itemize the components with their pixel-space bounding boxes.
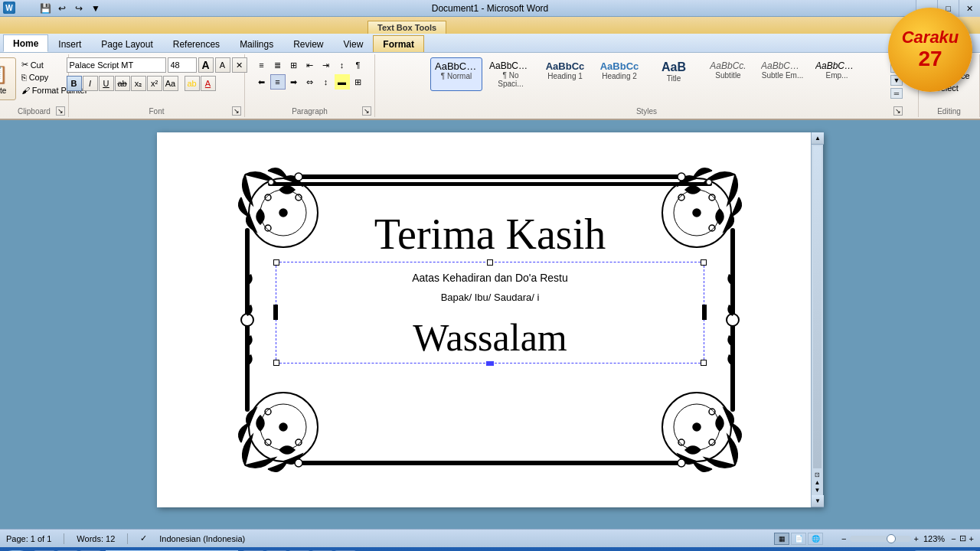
handle-tl[interactable] xyxy=(273,259,279,266)
font-group-label: Font xyxy=(69,107,244,116)
font-case-btn[interactable]: Aa xyxy=(163,76,178,91)
textbox-tools-tab[interactable]: Text Box Tools xyxy=(368,21,446,34)
style-subtitle[interactable]: AaBbCc. Subtitle xyxy=(702,57,754,91)
undo-qa-btn[interactable]: ↩ xyxy=(55,2,69,15)
view-web-btn[interactable]: 🌐 xyxy=(808,533,823,545)
styles-expand-btn[interactable]: ↘ xyxy=(893,106,903,116)
zoom-slider[interactable] xyxy=(850,536,911,542)
font-family-input[interactable] xyxy=(67,57,166,73)
right-scrollbar[interactable]: ▲ ⊡ ▲ ▼ ▼ xyxy=(811,132,823,507)
zoom-100-btn[interactable]: + xyxy=(969,534,974,543)
show-formatting-btn[interactable]: ¶ xyxy=(351,57,366,73)
zoom-percent-btn[interactable]: − xyxy=(951,534,956,543)
view-normal-btn[interactable]: ▦ xyxy=(774,533,789,545)
align-right-btn[interactable]: ➡ xyxy=(286,74,302,90)
page-count: Page: 1 of 1 xyxy=(6,534,51,543)
redo-qa-btn[interactable]: ↪ xyxy=(72,2,86,15)
word-count: Words: 12 xyxy=(77,534,115,543)
page-nav-up[interactable]: ▲ xyxy=(815,479,821,486)
dropdown-qa-btn[interactable]: ▼ xyxy=(89,2,103,15)
closing-text[interactable]: Wassalam xyxy=(276,312,704,363)
paste-button[interactable]: 📋 Paste xyxy=(0,57,16,100)
tab-review[interactable]: Review xyxy=(283,35,333,52)
paste-icon: 📋 xyxy=(0,64,8,85)
spell-check-icon[interactable]: ✓ xyxy=(140,533,147,543)
font-shrink-btn[interactable]: A xyxy=(215,57,230,73)
bullets-btn[interactable]: ≡ xyxy=(254,57,270,73)
handle-tm[interactable] xyxy=(487,259,493,266)
style-normal-preview: AaBbCcDc xyxy=(435,60,478,72)
style-emphasis[interactable]: AaBbCcDc Emp... xyxy=(811,57,863,91)
top-bar-handle-left[interactable] xyxy=(268,179,274,185)
superscript-btn[interactable]: x² xyxy=(147,76,162,91)
zoom-thumb[interactable] xyxy=(887,534,896,543)
style-heading2[interactable]: AaBbCc Heading 2 xyxy=(593,57,645,91)
style-title[interactable]: AaB Title xyxy=(648,57,700,91)
page-nav-down[interactable]: ▼ xyxy=(815,487,821,494)
scroll-up-arrow[interactable]: ▲ xyxy=(812,132,824,145)
subscript-btn[interactable]: x₂ xyxy=(131,76,146,91)
highlight-btn[interactable]: ab xyxy=(185,76,200,91)
handle-tr[interactable] xyxy=(701,259,707,266)
handle-br[interactable] xyxy=(701,360,707,366)
italic-btn[interactable]: I xyxy=(83,76,98,91)
handle-mr[interactable] xyxy=(702,305,707,320)
zoom-in-btn[interactable]: + xyxy=(914,534,919,543)
tab-references[interactable]: References xyxy=(163,35,230,52)
scroll-extras: ⊡ ▲ ▼ xyxy=(812,470,823,495)
paragraph-expand-btn[interactable]: ↘ xyxy=(362,106,371,116)
decrease-indent-btn[interactable]: ⇤ xyxy=(302,57,318,73)
subtitle2-text[interactable]: Bapak/ Ibu/ Saudara/ i xyxy=(276,290,704,305)
taskbar: ⊞ 🌐 📁 ▶ W Document1 - Microsoft Word 🖥 📷… xyxy=(0,547,980,551)
handle-ml[interactable] xyxy=(273,305,278,320)
subtitle1-text[interactable]: Aatas Kehadiran dan Do'a Restu xyxy=(276,269,704,287)
save-qa-btn[interactable]: 💾 xyxy=(38,2,52,15)
zoom-out-btn[interactable]: − xyxy=(841,534,846,543)
handle-bl[interactable] xyxy=(273,360,279,366)
tab-mailings[interactable]: Mailings xyxy=(230,35,283,52)
fit-page-btn[interactable]: ⊡ xyxy=(959,533,966,543)
top-bar-handle-right[interactable] xyxy=(706,179,712,185)
style-em-preview: AaBbCcDc xyxy=(815,60,858,71)
scroll-thumb[interactable] xyxy=(813,146,822,468)
textbox-top[interactable]: Terima Kasih xyxy=(276,196,704,259)
card-wrapper: Terima Kasih Aatas Kehadiran dan Do'a Re… xyxy=(230,159,750,481)
tab-insert[interactable]: Insert xyxy=(48,35,91,52)
style-normal[interactable]: AaBbCcDc ¶ Normal xyxy=(430,57,482,91)
increase-indent-btn[interactable]: ⇥ xyxy=(318,57,334,73)
expand-btn[interactable]: ⊡ xyxy=(815,471,820,478)
tab-view[interactable]: View xyxy=(334,35,374,52)
clipboard-expand-btn[interactable]: ↘ xyxy=(56,106,65,116)
justify-btn[interactable]: ⇔ xyxy=(302,74,318,90)
numbering-btn[interactable]: ≣ xyxy=(270,57,286,73)
ribbon-tabs: Home Insert Page Layout References Maili… xyxy=(0,34,980,53)
font-grow-btn[interactable]: A xyxy=(198,57,214,73)
tab-page-layout[interactable]: Page Layout xyxy=(91,35,162,52)
textbox-selected[interactable]: Aatas Kehadiran dan Do'a Restu Bapak/ Ib… xyxy=(276,262,704,364)
zoom-controls: − + 123% − ⊡ + xyxy=(841,533,974,543)
multilevel-list-btn[interactable]: ⊞ xyxy=(286,57,302,73)
strikethrough-btn[interactable]: ab xyxy=(115,76,130,91)
style-subtle-em[interactable]: AaBbCcDc Subtle Em... xyxy=(756,57,808,91)
style-no-spacing[interactable]: AaBbCcDc ¶ No Spaci... xyxy=(485,57,537,91)
sort-btn[interactable]: ↕ xyxy=(335,57,350,73)
handle-bm[interactable] xyxy=(486,361,494,366)
scroll-down-arrow[interactable]: ▼ xyxy=(812,495,824,507)
font-size-input[interactable] xyxy=(168,57,197,73)
borders-btn[interactable]: ⊞ xyxy=(351,74,366,90)
style-h2-preview: AaBbCc xyxy=(598,60,641,72)
style-heading1[interactable]: AaBbCc Heading 1 xyxy=(539,57,591,91)
main-title-text[interactable]: Terima Kasih xyxy=(276,211,704,259)
bold-btn[interactable]: B xyxy=(67,76,82,91)
font-expand-btn[interactable]: ↘ xyxy=(232,106,241,116)
tab-home[interactable]: Home xyxy=(3,34,48,52)
view-reading-btn[interactable]: 📄 xyxy=(791,533,806,545)
align-left-btn[interactable]: ⬅ xyxy=(254,74,270,90)
scissors-icon: ✂ xyxy=(21,60,28,70)
shading-btn[interactable]: ▬ xyxy=(335,74,350,90)
font-color-btn[interactable]: A xyxy=(201,76,216,91)
underline-btn[interactable]: U xyxy=(99,76,114,91)
align-center-btn[interactable]: ≡ xyxy=(270,74,286,90)
line-spacing-btn[interactable]: ↕ xyxy=(318,74,334,90)
tab-format[interactable]: Format xyxy=(373,35,424,52)
